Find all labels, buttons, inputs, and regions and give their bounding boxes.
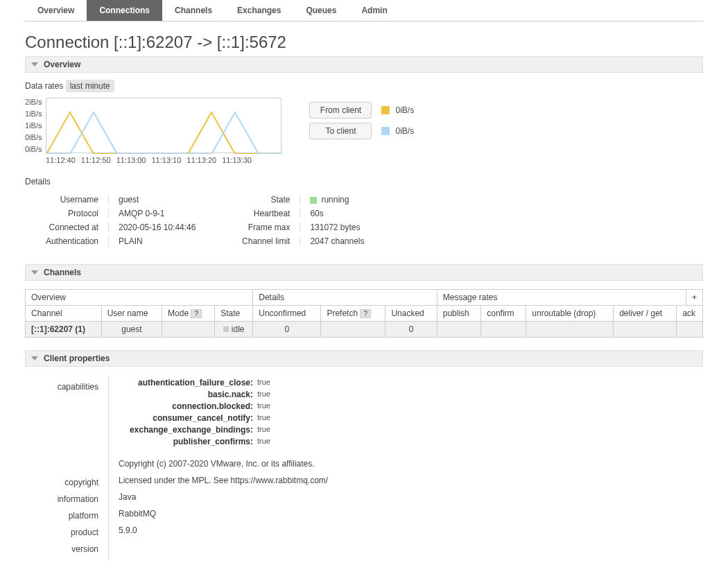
col-state[interactable]: State [215, 306, 253, 322]
cell-unacked: 0 [385, 322, 437, 338]
detail-value-connected-at: 2020-05-16 10:44:46 [119, 223, 196, 232]
legend-from-client-value: 0iB/s [395, 105, 414, 115]
detail-label-heartbeat: Heartbeat [216, 209, 300, 218]
section-channels-header[interactable]: Channels [25, 264, 703, 281]
swatch-yellow-icon [381, 106, 390, 114]
group-header-details: Details [253, 290, 437, 306]
tab-channels[interactable]: Channels [162, 0, 225, 21]
status-idle-icon [223, 327, 229, 332]
cell-user: guest [101, 322, 162, 338]
rates-text: Data rates [25, 81, 63, 91]
legend-from-client-button[interactable]: From client [309, 102, 372, 119]
detail-label-connected-at: Connected at [25, 223, 108, 232]
col-ack[interactable]: ack [677, 306, 703, 322]
col-prefetch[interactable]: Prefetch ? [321, 306, 385, 322]
cap-label: exchange_exchange_bindings: [119, 425, 257, 435]
channels-table: Overview Details Message rates + Channel… [25, 289, 703, 338]
section-overview-title: Overview [44, 60, 80, 69]
help-prefetch-icon[interactable]: ? [360, 309, 371, 318]
col-publish[interactable]: publish [437, 306, 481, 322]
prop-value-copyright: Copyright (c) 2007-2020 VMware, Inc. or … [119, 459, 328, 469]
prop-value-information: Licensed under the MPL. See https://www.… [119, 476, 328, 485]
add-column-button[interactable]: + [686, 290, 702, 306]
detail-value-protocol: AMQP 0-9-1 [119, 209, 164, 218]
cap-value: true [257, 378, 270, 388]
detail-label-authentication: Authentication [25, 236, 108, 246]
legend-to-client-button[interactable]: To client [309, 123, 372, 139]
tab-exchanges[interactable]: Exchanges [225, 0, 293, 21]
prop-label-version: version [25, 544, 98, 554]
col-unroutable[interactable]: unroutable (drop) [526, 306, 614, 322]
table-row: [::1]:62207 (1) guest idle 0 0 [26, 322, 703, 338]
chart-legend: From client 0iB/s To client 0iB/s [309, 98, 414, 143]
detail-label-state: State [216, 195, 300, 205]
tab-admin[interactable]: Admin [349, 0, 399, 21]
group-header-message-rates: Message rates [437, 290, 686, 306]
detail-value-authentication: PLAIN [119, 236, 143, 246]
cap-label: basic.nack: [119, 390, 257, 399]
chevron-down-icon [31, 356, 38, 360]
client-properties: capabilities copyright information platf… [25, 375, 703, 561]
cell-deliver [614, 322, 677, 338]
prop-label-product: product [25, 528, 98, 537]
chevron-down-icon [31, 62, 38, 67]
chart-y-axis: 2iB/s 1iB/s 1iB/s 0iB/s 0iB/s [25, 98, 46, 153]
details-heading: Details [25, 177, 703, 186]
swatch-blue-icon [381, 127, 390, 135]
col-mode[interactable]: Mode ? [162, 306, 215, 322]
cell-mode [162, 322, 215, 338]
prop-label-information: information [25, 494, 98, 504]
col-user-name[interactable]: User name [101, 306, 162, 322]
tab-overview[interactable]: Overview [25, 0, 87, 21]
section-overview-header[interactable]: Overview [25, 56, 703, 73]
chevron-down-icon [31, 270, 38, 275]
detail-label-frame-max: Frame max [216, 223, 300, 232]
prop-label-platform: platform [25, 511, 98, 521]
cell-ack [677, 322, 703, 338]
col-unconfirmed[interactable]: Unconfirmed [253, 306, 321, 322]
cell-unconfirmed: 0 [253, 322, 321, 338]
detail-label-channel-limit: Channel limit [216, 236, 300, 246]
nav-tabs: Overview Connections Channels Exchanges … [25, 0, 703, 21]
section-channels-title: Channels [44, 268, 81, 277]
tab-queues[interactable]: Queues [293, 0, 349, 21]
cap-value: true [257, 437, 270, 446]
col-channel[interactable]: Channel [26, 306, 102, 322]
page-title: Connection [::1]:62207 -> [::1]:5672 [25, 33, 703, 52]
section-client-props-header[interactable]: Client properties [25, 350, 703, 367]
cap-value: true [257, 425, 270, 435]
detail-label-protocol: Protocol [25, 209, 108, 218]
cell-prefetch [321, 322, 385, 338]
rates-period-pill[interactable]: last minute [66, 80, 114, 92]
col-confirm[interactable]: confirm [481, 306, 526, 322]
detail-value-heartbeat: 60s [310, 209, 323, 218]
channel-link[interactable]: [::1]:62207 (1) [31, 324, 85, 334]
cap-value: true [257, 413, 270, 423]
col-deliver-get[interactable]: deliver / get [614, 306, 677, 322]
cell-publish [437, 322, 481, 338]
detail-value-state: running [310, 195, 349, 205]
col-unacked[interactable]: Unacked [385, 306, 437, 322]
cap-label: consumer_cancel_notify: [119, 413, 257, 423]
prop-value-version: 5.9.0 [119, 525, 328, 535]
prop-label-capabilities: capabilities [25, 382, 98, 392]
cap-label: connection.blocked: [119, 401, 257, 411]
cell-unroutable [526, 322, 614, 338]
tab-connections[interactable]: Connections [87, 0, 162, 21]
detail-value-channel-limit: 2047 channels [310, 236, 364, 246]
cell-state: idle [215, 322, 253, 338]
prop-label-copyright: copyright [25, 478, 98, 487]
legend-to-client-value: 0iB/s [395, 126, 414, 136]
cell-confirm [481, 322, 526, 338]
detail-value-frame-max: 131072 bytes [310, 223, 360, 232]
prop-value-platform: Java [119, 492, 328, 502]
detail-value-username: guest [119, 195, 139, 205]
detail-label-username: Username [25, 195, 108, 205]
data-rates-chart [46, 98, 281, 153]
data-rates-label: Data rates last minute [25, 81, 703, 91]
help-mode-icon[interactable]: ? [191, 309, 202, 318]
section-client-props-title: Client properties [44, 354, 110, 363]
chart-x-axis: 11:12:40 11:12:50 11:13:00 11:13:10 11:1… [25, 156, 281, 164]
prop-value-product: RabbitMQ [119, 509, 328, 519]
group-header-overview: Overview [26, 290, 253, 306]
